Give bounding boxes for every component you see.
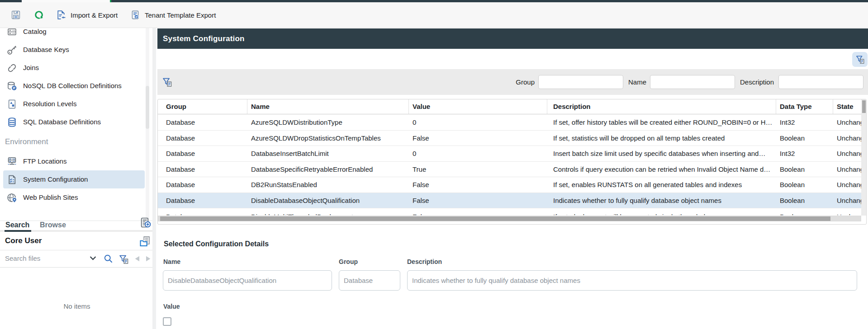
sidebar-item-joins[interactable]: Joins (3, 59, 145, 77)
cell-group: Database (166, 193, 245, 208)
joins-icon (6, 62, 18, 74)
sidebar-scrollbar-thumb[interactable] (146, 86, 149, 129)
cell-group: Database (166, 131, 245, 146)
column-separator (408, 99, 409, 114)
sidebar-item-nosql-db-collection-definitions[interactable]: NoSQL DB Collection Definitions (3, 77, 145, 95)
chevron-down-icon[interactable] (90, 256, 96, 261)
table-row[interactable]: DatabaseAzureSQLDWDropStatisticsOnTempTa… (158, 131, 861, 146)
tenant-template-export-button[interactable]: Tenant Template Export (130, 2, 216, 28)
filter-name-input[interactable] (650, 75, 735, 89)
cell-state: Unchanged (837, 193, 861, 208)
table-vertical-scrollbar-thumb[interactable] (862, 100, 866, 113)
cell-description: If set, deployment will be executed sing… (553, 209, 775, 215)
sidebar-item-database-keys[interactable]: Database Keys (3, 41, 145, 59)
table-scrollbar-corner (861, 216, 866, 221)
details-description-field[interactable]: Indicates whether to fully qualify datab… (407, 270, 857, 291)
filter-icon[interactable] (119, 254, 129, 264)
import-export-icon (56, 9, 66, 20)
open-folder-icon[interactable] (139, 235, 151, 247)
column-header-value[interactable]: Value (413, 99, 548, 114)
filter-toggle-button[interactable] (852, 52, 868, 67)
cell-state: Unchanged (837, 209, 861, 215)
filter-group-label: Group (516, 69, 535, 95)
details-heading: Selected Configuration Details (164, 240, 269, 248)
cell-data-type: Int32 (780, 115, 834, 130)
cell-group: Database (166, 177, 245, 193)
import-export-label: Import & Export (71, 11, 118, 19)
table-horizontal-scrollbar-thumb[interactable] (160, 216, 830, 221)
filter-row-icon[interactable] (162, 77, 172, 87)
catalog-icon (6, 28, 18, 38)
filter-group-input[interactable] (538, 75, 623, 89)
cell-data-type: Boolean (780, 131, 834, 146)
table-row[interactable]: DatabaseAzureSQLDWDistributionType0If se… (158, 115, 861, 131)
filter-name-label: Name (628, 69, 646, 95)
cell-description: Indicates whether to fully qualify datab… (553, 193, 775, 208)
key-icon (6, 44, 18, 56)
table-row[interactable]: DatabaseDatabaseSpecificRetryableErrorEn… (158, 162, 861, 178)
sql-database-icon (6, 117, 18, 128)
refresh-icon (33, 9, 44, 20)
column-header-state[interactable]: State (837, 99, 861, 114)
search-icon[interactable] (104, 254, 113, 263)
details-name-field[interactable]: DisableDatabaseObjectQualification (163, 270, 332, 291)
cell-value: False (413, 131, 548, 146)
cell-description: If set, offer history tables will be cre… (553, 115, 775, 130)
details-description-label: Description (407, 258, 442, 265)
table-row[interactable]: DatabaseDatabaseInsertBatchLimit0Insert … (158, 146, 861, 162)
tab-browse[interactable]: Browse (40, 221, 66, 229)
configuration-table: Group Name Value Description Data Type S… (157, 99, 867, 225)
sidebar-item-sql-database-definitions[interactable]: SQL Database Definitions (3, 113, 145, 131)
cell-data-type: Int32 (780, 146, 834, 161)
column-header-description[interactable]: Description (553, 99, 775, 114)
cell-description: Controls if query execution can be retri… (553, 162, 775, 177)
page-title: System Configuration (163, 28, 245, 49)
cell-state: Unchanged (837, 115, 861, 130)
tenant-template-export-label: Tenant Template Export (145, 11, 216, 19)
web-publish-sites-icon (6, 192, 18, 203)
cell-value: False (413, 177, 548, 193)
new-search-document-icon[interactable] (140, 217, 152, 229)
cell-group: Database (166, 209, 245, 215)
table-row[interactable]: DatabaseDB2RunStatsEnabledFalseIf set, e… (158, 177, 861, 193)
import-export-button[interactable]: Import & Export (56, 2, 118, 28)
cell-name: DatabaseSpecificRetryableErrorEnabled (251, 162, 409, 177)
ftp-locations-icon (6, 156, 18, 167)
sidebar: Catalog Database Keys Joins (0, 28, 152, 329)
cell-value: True (413, 162, 548, 177)
details-name-label: Name (163, 258, 180, 265)
sidebar-item-label: Joins (23, 59, 39, 77)
next-result-icon[interactable] (145, 256, 152, 262)
column-header-group[interactable]: Group (166, 99, 245, 114)
previous-result-icon[interactable] (134, 256, 140, 262)
details-group-field[interactable]: Database (339, 270, 400, 291)
column-header-data-type[interactable]: Data Type (780, 99, 834, 114)
sidebar-item-label: NoSQL DB Collection Definitions (23, 77, 122, 95)
sidebar-section-environment: Environment (5, 137, 48, 146)
sidebar-item-ftp-locations[interactable]: FTP Locations (3, 152, 145, 170)
cell-data-type: Boolean (780, 193, 834, 208)
tab-search[interactable]: Search (5, 221, 29, 229)
save-button[interactable] (10, 2, 21, 28)
cell-state: Unchanged (837, 131, 861, 146)
search-files-input[interactable]: Search files (5, 250, 40, 267)
table-vertical-scrollbar-track[interactable] (861, 99, 866, 216)
table-row-partial[interactable]: DatabaseDisableMultiThreadedDeploymentFa… (158, 209, 861, 215)
filter-description-input[interactable] (778, 75, 863, 89)
sidebar-item-resolution-levels[interactable]: Resolution Levels (3, 95, 145, 113)
cell-data-type: Boolean (780, 209, 834, 215)
sidebar-item-label: FTP Locations (23, 152, 66, 170)
sidebar-item-label: Resolution Levels (23, 95, 76, 113)
sidebar-item-system-configuration[interactable]: System Configuration (3, 170, 145, 188)
cell-name: AzureSQLDWDistributionType (251, 115, 409, 130)
column-header-name[interactable]: Name (251, 99, 409, 114)
table-row[interactable]: DatabaseDisableDatabaseObjectQualificati… (158, 193, 861, 209)
refresh-button[interactable] (33, 2, 44, 28)
resolution-levels-icon (6, 99, 18, 110)
cell-value: 0 (413, 146, 548, 161)
value-checkbox[interactable] (163, 317, 171, 326)
sidebar-item-web-publish-sites[interactable]: Web Publish Sites (3, 188, 145, 207)
sidebar-item-catalog[interactable]: Catalog (3, 28, 145, 41)
cell-name: DB2RunStatsEnabled (251, 177, 409, 193)
toolbar: Import & Export Tenant Template Export (0, 2, 868, 28)
